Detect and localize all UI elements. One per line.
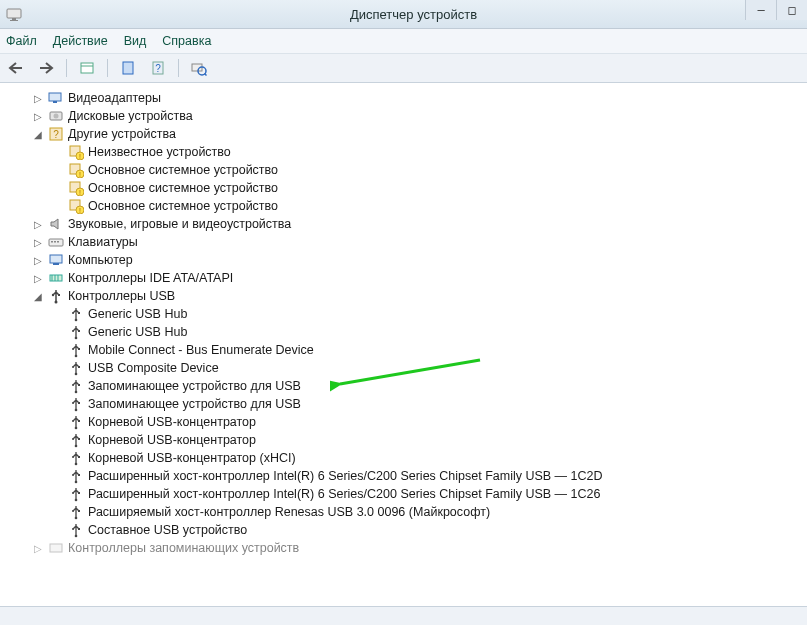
svg-point-52	[72, 366, 74, 368]
svg-rect-0	[7, 9, 21, 18]
scan-hardware-button[interactable]	[187, 56, 211, 80]
device-tree-area[interactable]: ▷ Видеоадаптеры ▷ Дисковые устройства	[0, 83, 807, 606]
tree-node-computer[interactable]: ▷ Компьютер	[32, 251, 807, 269]
tree-node-usb-device[interactable]: Запоминающее устройство для USB	[52, 395, 807, 413]
tree-node-unknown-device[interactable]: !Основное системное устройство	[52, 179, 807, 197]
tree-node-unknown-device[interactable]: !Неизвестное устройство	[52, 143, 807, 161]
tree-node-other-devices[interactable]: ◢ ? Другие устройства	[32, 125, 807, 143]
svg-rect-31	[54, 241, 56, 243]
window-controls: — □	[745, 0, 807, 20]
tree-node-label: Основное системное устройство	[88, 181, 278, 195]
help-button[interactable]: ?	[146, 56, 170, 80]
tree-node-label: Расширенный хост-контроллер Intel(R) 6 S…	[88, 469, 603, 483]
tree-node-keyboards[interactable]: ▷ Клавиатуры	[32, 233, 807, 251]
expander-icon[interactable]: ▷	[32, 272, 44, 284]
tree-node-usb-device[interactable]: Расширенный хост-контроллер Intel(R) 6 S…	[52, 467, 807, 485]
expander-icon[interactable]: ▷	[32, 236, 44, 248]
menu-view[interactable]: Вид	[124, 34, 147, 48]
tree-node-label: Mobile Connect - Bus Enumerate Device	[88, 343, 314, 357]
tree-node-label: Контроллеры запоминающих устройств	[68, 541, 299, 555]
unknown-device-icon: !	[68, 198, 84, 214]
ide-controller-icon	[48, 270, 64, 286]
svg-rect-12	[53, 101, 57, 103]
forward-button[interactable]	[34, 56, 58, 80]
tree-node-usb-device[interactable]: Запоминающее устройство для USB	[52, 377, 807, 395]
sound-icon	[48, 216, 64, 232]
tree-node-usb-device[interactable]: Корневой USB-концентратор	[52, 431, 807, 449]
tree-node-ide[interactable]: ▷ Контроллеры IDE ATA/ATAPI	[32, 269, 807, 287]
minimize-button[interactable]: —	[745, 0, 776, 20]
usb-device-icon	[68, 450, 84, 466]
unknown-device-icon: !	[68, 180, 84, 196]
tree-node-video-adapters[interactable]: ▷ Видеоадаптеры	[32, 89, 807, 107]
device-manager-window: Диспетчер устройств — □ Файл Действие Ви…	[0, 0, 807, 625]
tree-node-unknown-device[interactable]: !Основное системное устройство	[52, 161, 807, 179]
tree-node-unknown-device[interactable]: !Основное системное устройство	[52, 197, 807, 215]
tree-node-usb[interactable]: ◢ Контроллеры USB	[32, 287, 807, 305]
app-icon	[6, 6, 22, 22]
tree-node-label: Корневой USB-концентратор	[88, 433, 256, 447]
svg-rect-32	[57, 241, 59, 243]
usb-device-icon	[68, 342, 84, 358]
svg-rect-59	[78, 402, 80, 404]
svg-rect-2	[10, 20, 18, 21]
tree-node-usb-device[interactable]: Generic USB Hub	[52, 305, 807, 323]
tree-node-label: Расширенный хост-контроллер Intel(R) 6 S…	[88, 487, 600, 501]
tree-node-sound[interactable]: ▷ Звуковые, игровые и видеоустройства	[32, 215, 807, 233]
svg-point-78	[75, 535, 78, 538]
expander-icon[interactable]: ▷	[32, 110, 44, 122]
expander-icon[interactable]: ▷	[32, 254, 44, 266]
usb-device-icon	[68, 468, 84, 484]
tree-node-usb-device[interactable]: Корневой USB-концентратор (xHCI)	[52, 449, 807, 467]
tree-node-label: Звуковые, игровые и видеоустройства	[68, 217, 291, 231]
expander-icon[interactable]: ▷	[32, 542, 44, 554]
tree-node-usb-device[interactable]: Корневой USB-концентратор	[52, 413, 807, 431]
menu-action[interactable]: Действие	[53, 34, 108, 48]
tree-node-label: USB Composite Device	[88, 361, 219, 375]
svg-rect-56	[78, 384, 80, 386]
tree-node-label: Видеоадаптеры	[68, 91, 161, 105]
usb-device-icon	[68, 522, 84, 538]
disk-icon	[48, 108, 64, 124]
toolbar-separator	[178, 59, 179, 77]
menu-file[interactable]: Файл	[6, 34, 37, 48]
tree-node-usb-device[interactable]: Generic USB Hub	[52, 323, 807, 341]
svg-rect-3	[81, 63, 93, 73]
expander-icon[interactable]: ▷	[32, 218, 44, 230]
tree-node-usb-device[interactable]: USB Composite Device	[52, 359, 807, 377]
svg-point-48	[75, 355, 78, 358]
svg-text:!: !	[79, 189, 81, 196]
storage-controller-icon	[48, 540, 64, 556]
tree-node-usb-device[interactable]: Mobile Connect - Bus Enumerate Device	[52, 341, 807, 359]
display-adapter-icon	[48, 90, 64, 106]
svg-rect-30	[51, 241, 53, 243]
svg-rect-34	[53, 263, 59, 265]
svg-text:?: ?	[155, 63, 161, 74]
tree-node-label: Корневой USB-концентратор	[88, 415, 256, 429]
svg-rect-68	[78, 456, 80, 458]
unknown-device-icon: !	[68, 162, 84, 178]
usb-controller-icon	[48, 288, 64, 304]
expander-collapse-icon[interactable]: ◢	[32, 128, 44, 140]
maximize-button[interactable]: □	[776, 0, 807, 20]
tree-node-label: Расширяемый хост-контроллер Renesas USB …	[88, 505, 490, 519]
expander-icon[interactable]: ▷	[32, 92, 44, 104]
expander-collapse-icon[interactable]: ◢	[32, 290, 44, 302]
svg-point-73	[72, 492, 74, 494]
tree-node-storage-controllers[interactable]: ▷ Контроллеры запоминающих устройств	[32, 539, 807, 557]
usb-device-icon	[68, 486, 84, 502]
svg-point-46	[72, 330, 74, 332]
tree-node-usb-device[interactable]: Составное USB устройство	[52, 521, 807, 539]
menu-help[interactable]: Справка	[162, 34, 211, 48]
svg-text:!: !	[79, 171, 81, 178]
svg-rect-50	[78, 348, 80, 350]
back-button[interactable]	[4, 56, 28, 80]
usb-device-icon	[68, 378, 84, 394]
tree-node-usb-device[interactable]: Расширенный хост-контроллер Intel(R) 6 S…	[52, 485, 807, 503]
show-hidden-button[interactable]	[75, 56, 99, 80]
tree-node-disk-devices[interactable]: ▷ Дисковые устройства	[32, 107, 807, 125]
tree-node-usb-device[interactable]: Расширяемый хост-контроллер Renesas USB …	[52, 503, 807, 521]
toolbar: ?	[0, 54, 807, 83]
properties-button[interactable]	[116, 56, 140, 80]
tree-node-label: Составное USB устройство	[88, 523, 247, 537]
